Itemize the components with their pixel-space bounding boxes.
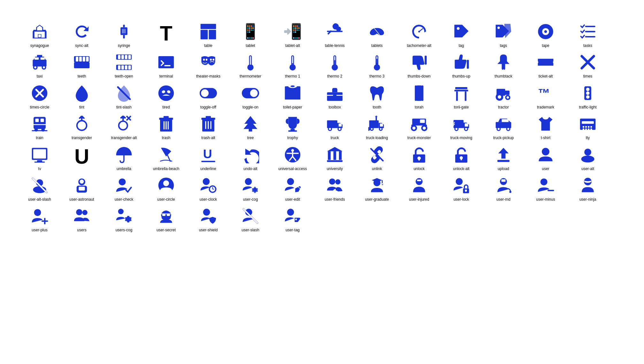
- icon-label-thermo-3: thermo 3: [369, 74, 384, 78]
- svg-marker-144: [243, 116, 257, 132]
- icon-label-unlock: unlock: [414, 167, 425, 171]
- icon-universal-access: universal-access: [272, 142, 314, 173]
- icon-glyph-train: [31, 114, 48, 134]
- svg-point-87: [250, 89, 258, 97]
- svg-rect-40: [86, 57, 89, 62]
- svg-point-258: [509, 191, 511, 193]
- svg-rect-7: [201, 30, 208, 40]
- icon-unlock-alt: unlock-alt: [440, 142, 482, 173]
- icon-glyph-university: [326, 145, 343, 165]
- svg-text:U: U: [203, 147, 212, 160]
- svg-point-222: [542, 148, 549, 155]
- svg-rect-169: [424, 125, 427, 127]
- svg-rect-185: [582, 121, 594, 124]
- icon-label-trademark: trademark: [537, 105, 554, 109]
- icon-label-tty: tty: [586, 136, 590, 140]
- icon-thumbs-up: thumbs-up: [440, 50, 482, 80]
- icon-user-minus: user-minus: [525, 173, 567, 204]
- svg-point-265: [76, 209, 82, 215]
- icon-label-user-lock: user-lock: [454, 197, 469, 202]
- icon-label-users-cog: users-cog: [116, 228, 133, 232]
- icon-label-tablet-alt: tablet-alt: [285, 43, 300, 48]
- icon-glyph-tape: [537, 22, 554, 41]
- icon-glyph-tv: [31, 145, 48, 165]
- icon-truck: truck: [314, 111, 356, 142]
- svg-rect-48: [121, 65, 124, 70]
- svg-point-85: [201, 89, 209, 97]
- icon-glyph-truck-monster: [410, 114, 428, 134]
- svg-point-112: [586, 95, 590, 99]
- icon-glyph-toggle-off: [200, 83, 217, 103]
- svg-rect-134: [165, 121, 166, 130]
- svg-rect-45: [125, 55, 127, 59]
- svg-point-233: [119, 178, 126, 185]
- svg-point-156: [371, 128, 372, 130]
- icon-label-undo-alt: undo-alt: [243, 167, 257, 171]
- icon-label-tired: tired: [162, 105, 170, 109]
- icon-glyph-toggle-on: [242, 83, 259, 103]
- svg-rect-269: [162, 214, 165, 216]
- icon-user-circle: user-circle: [145, 173, 187, 204]
- icon-label-thumbtack: thumbtack: [494, 74, 512, 78]
- svg-rect-73: [467, 60, 469, 69]
- svg-rect-2: [123, 35, 125, 39]
- icon-glyph-toolbox: [326, 83, 343, 103]
- icon-user-friends: user-friends: [314, 173, 356, 204]
- icon-glyph-table-tennis: [326, 22, 343, 41]
- icon-label-user-alt-slash: user-alt-slash: [28, 197, 51, 202]
- svg-point-246: [335, 179, 341, 184]
- icon-label-synagogue: synagogue: [30, 43, 49, 48]
- svg-point-111: [586, 91, 590, 95]
- icon-label-user-md: user-md: [496, 197, 510, 202]
- svg-point-19: [457, 27, 460, 30]
- icon-user-graduate: user-graduate: [356, 173, 398, 204]
- svg-rect-211: [339, 151, 342, 160]
- svg-point-58: [247, 64, 253, 71]
- svg-rect-210: [334, 151, 336, 160]
- svg-point-105: [498, 95, 501, 99]
- icon-thermometer: thermometer: [229, 50, 272, 80]
- svg-rect-100: [456, 91, 458, 101]
- icon-tint: tint: [61, 81, 103, 111]
- icon-glyph-tty: [579, 114, 596, 134]
- svg-point-18: [418, 31, 420, 32]
- icon-label-thermo-2: thermo 2: [327, 74, 342, 78]
- icon-tachometer-alt: tachometer-alt: [398, 19, 440, 50]
- icon-label-thumbs-down: thumbs-down: [408, 74, 431, 78]
- svg-rect-216: [418, 158, 420, 160]
- icon-label-user-friends: user-friends: [325, 197, 345, 202]
- svg-rect-221: [497, 160, 510, 162]
- icon-label-torah: torah: [415, 105, 423, 109]
- svg-point-90: [291, 85, 295, 87]
- icon-glyph-taxi: [31, 52, 48, 72]
- icon-glyph-traffic-light: [579, 83, 596, 103]
- icon-label-underline: underline: [200, 167, 216, 171]
- icon-glyph-truck-pickup: [495, 114, 512, 134]
- icon-user-edit: user-edit: [272, 173, 314, 204]
- icon-glyph-user-alt: [579, 145, 596, 165]
- icon-glyph-times-circle: [31, 83, 48, 103]
- icon-glyph-tag: [453, 22, 470, 41]
- icon-truck-loading: truck-loading: [356, 111, 398, 142]
- svg-rect-6: [201, 24, 216, 29]
- icon-glyph-user-minus: [537, 175, 554, 195]
- icon-tired: tired: [145, 81, 187, 111]
- icon-glyph-thumbs-up: [453, 52, 470, 72]
- icon-truck-monster: truck-monster: [398, 111, 440, 142]
- icon-glyph-transgender: [73, 114, 90, 134]
- icon-glyph-truck-moving: [453, 114, 470, 134]
- icon-glyph-terminal: [157, 52, 175, 72]
- icon-label-user-slash: user-slash: [241, 228, 259, 232]
- icon-label-teeth-open: teeth-open: [115, 74, 133, 78]
- svg-rect-94: [333, 94, 337, 96]
- icon-glyph-user-md: [495, 175, 512, 195]
- svg-rect-101: [465, 91, 466, 101]
- icon-label-teeth: teeth: [78, 74, 86, 78]
- icon-upload: upload: [482, 142, 525, 173]
- svg-point-159: [380, 128, 381, 130]
- icon-tags: tags: [482, 19, 525, 50]
- svg-point-193: [590, 129, 592, 130]
- svg-point-54: [206, 59, 207, 61]
- icon-user-md: user-md: [482, 173, 525, 204]
- icon-tape: tape: [525, 19, 567, 50]
